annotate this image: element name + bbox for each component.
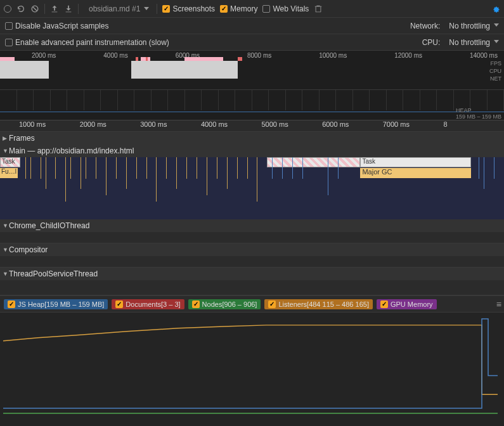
compositor-lane[interactable] <box>0 256 504 268</box>
heap-range: 159 MB – 159 MB <box>456 113 501 120</box>
webvitals-checkbox[interactable]: Web Vitals <box>262 4 309 13</box>
main-lane-header[interactable]: ▼Main — app://obsidian.md/index.html <box>0 145 504 157</box>
screenshots-checkbox[interactable]: ✓Screenshots <box>162 4 215 13</box>
chevron-down-icon <box>494 23 499 27</box>
settings-subbar-2: Enable advanced paint instrumentation (s… <box>0 34 504 51</box>
advanced-paint-checkbox[interactable]: Enable advanced paint instrumentation (s… <box>5 38 169 47</box>
recording-name: obsidian.md #1 <box>89 4 140 13</box>
nodes-counter[interactable]: ✓Nodes[906 – 906] <box>188 299 261 309</box>
overview-labels: FPS CPU NET <box>489 60 501 82</box>
memory-overview[interactable]: HEAP159 MB – 159 MB <box>0 90 504 120</box>
counters-graph[interactable] <box>0 312 504 416</box>
threadpool-lane[interactable] <box>0 280 504 295</box>
network-throttle-select[interactable]: No throttling <box>449 22 499 30</box>
collapse-icon: ▶ <box>3 135 9 141</box>
gear-icon[interactable] <box>491 4 500 13</box>
overview-track[interactable]: 2000 ms4000 ms6000 ms8000 ms10000 ms1200… <box>0 51 504 90</box>
trash-icon[interactable] <box>314 4 323 13</box>
cpu-label: CPU: <box>422 38 441 47</box>
jsheap-counter[interactable]: ✓JS Heap[159 MB – 159 MB] <box>4 299 108 309</box>
clear-icon[interactable] <box>30 4 39 13</box>
childio-lane[interactable] <box>0 232 504 243</box>
expand-icon: ▼ <box>3 247 9 253</box>
cpu-throttle-select[interactable]: No throttling <box>449 38 499 47</box>
cpu-activity <box>0 60 485 79</box>
documents-counter[interactable]: ✓Documents[3 – 3] <box>112 299 184 309</box>
chevron-down-icon <box>144 7 149 10</box>
counters-bar: ✓JS Heap[159 MB – 159 MB] ✓Documents[3 –… <box>0 295 504 312</box>
upload-icon[interactable] <box>50 4 59 13</box>
childio-lane-header[interactable]: ▼Chrome_ChildIOThread <box>0 219 504 232</box>
main-toolbar: obsidian.md #1 ✓Screenshots ✓Memory Web … <box>0 0 504 18</box>
timeline-ruler[interactable]: 1000 ms2000 ms3000 ms4000 ms5000 ms6000 … <box>0 120 504 132</box>
menu-icon[interactable]: ≡ <box>496 299 500 309</box>
settings-subbar-1: Disable JavaScript samples Network: No t… <box>0 18 504 34</box>
expand-icon: ▼ <box>3 271 9 277</box>
recording-selector[interactable]: obsidian.md #1 <box>84 3 152 15</box>
disable-js-checkbox[interactable]: Disable JavaScript samples <box>5 22 108 30</box>
heap-label: HEAP <box>456 107 472 113</box>
expand-icon: ▼ <box>3 223 9 229</box>
listeners-counter[interactable]: ✓Listeners[484 115 – 486 165] <box>264 299 373 309</box>
reload-icon[interactable] <box>16 4 25 13</box>
chevron-down-icon <box>494 40 499 43</box>
gpu-counter[interactable]: ✓GPU Memory <box>377 299 437 309</box>
network-label: Network: <box>410 22 440 30</box>
threadpool-lane-header[interactable]: ▼ThreadPoolServiceThread <box>0 268 504 280</box>
frames-lane-header[interactable]: ▶Frames <box>0 132 504 145</box>
compositor-lane-header[interactable]: ▼Compositor <box>0 243 504 256</box>
flame-ticks <box>0 157 504 219</box>
record-icon[interactable] <box>4 5 11 13</box>
overview-ruler: 2000 ms4000 ms6000 ms8000 ms10000 ms1200… <box>0 51 504 59</box>
memory-checkbox[interactable]: ✓Memory <box>220 4 257 13</box>
download-icon[interactable] <box>64 4 73 13</box>
main-flamegraph[interactable]: Task Task Fu…l Major GC <box>0 157 504 219</box>
expand-icon: ▼ <box>3 148 9 154</box>
